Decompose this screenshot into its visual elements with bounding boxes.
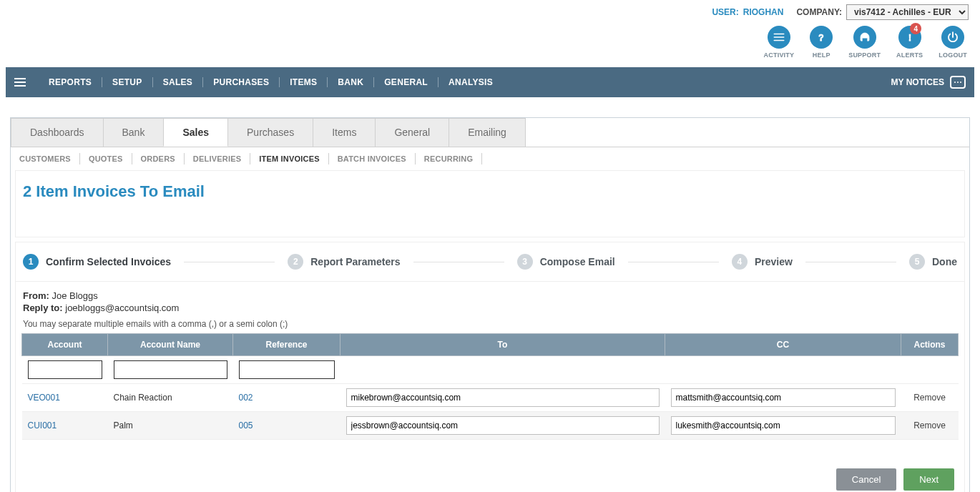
reference-link[interactable]: 005 bbox=[239, 420, 253, 431]
step-label-5: Done bbox=[932, 256, 957, 267]
step-num-3: 3 bbox=[517, 254, 533, 270]
alerts-label: ALERTS bbox=[896, 51, 923, 59]
table-row: VEO001 Chain Reaction 002 Remove bbox=[22, 384, 959, 412]
account-name-cell: Chain Reaction bbox=[108, 384, 233, 412]
col-actions: Actions bbox=[901, 334, 959, 356]
company-select[interactable]: vis7412 - Achilles - EUR bbox=[846, 4, 969, 20]
step-divider bbox=[413, 262, 504, 262]
nav-purchases[interactable]: PURCHASES bbox=[203, 77, 280, 87]
nav-general[interactable]: GENERAL bbox=[374, 77, 438, 87]
account-link[interactable]: CUI001 bbox=[28, 420, 57, 431]
step-label-2: Report Parameters bbox=[310, 256, 400, 267]
tab-bank[interactable]: Bank bbox=[103, 118, 165, 147]
user-name: RIOGHAN bbox=[743, 7, 784, 17]
action-row: Cancel Next bbox=[15, 440, 965, 492]
reference-link[interactable]: 002 bbox=[239, 393, 253, 403]
page-title: 2 Item Invoices To Email bbox=[23, 182, 957, 201]
step-parameters: 2 Report Parameters bbox=[288, 254, 400, 270]
tab-general[interactable]: General bbox=[375, 118, 449, 147]
step-divider bbox=[628, 262, 719, 262]
headset-icon bbox=[853, 26, 876, 49]
logout-label: LOGOUT bbox=[939, 51, 967, 59]
alerts-button[interactable]: ! 4 ALERTS bbox=[896, 26, 923, 59]
cc-input[interactable] bbox=[671, 388, 896, 407]
cc-input[interactable] bbox=[671, 416, 896, 435]
to-input[interactable] bbox=[346, 416, 660, 435]
step-confirm: 1 Confirm Selected Invoices bbox=[23, 254, 171, 270]
wizard-steps: 1 Confirm Selected Invoices 2 Report Par… bbox=[15, 242, 965, 282]
subnav-deliveries[interactable]: DELIVERIES bbox=[185, 153, 250, 164]
subnav-quotes[interactable]: QUOTES bbox=[80, 153, 132, 164]
page-container: Dashboards Bank Sales Purchases Items Ge… bbox=[10, 117, 970, 492]
tab-items[interactable]: Items bbox=[313, 118, 376, 147]
menu-icon[interactable] bbox=[14, 78, 26, 87]
filter-account[interactable] bbox=[28, 360, 102, 379]
nav-items[interactable]: ITEMS bbox=[280, 77, 328, 87]
reply-value: joebloggs@accountsiq.com bbox=[65, 302, 179, 313]
details-block: From: Joe Bloggs Reply to: joebloggs@acc… bbox=[15, 282, 965, 333]
activity-button[interactable]: ACTIVITY bbox=[764, 26, 795, 59]
support-button[interactable]: SUPPORT bbox=[848, 26, 881, 59]
account-link[interactable]: VEO001 bbox=[28, 393, 60, 403]
help-icon: ? bbox=[810, 26, 833, 49]
filter-row bbox=[22, 356, 959, 384]
help-button[interactable]: ? HELP bbox=[810, 26, 833, 59]
power-icon bbox=[941, 26, 964, 49]
step-label-1: Confirm Selected Invoices bbox=[46, 256, 171, 267]
step-compose: 3 Compose Email bbox=[517, 254, 615, 270]
account-name-cell: Palm bbox=[108, 412, 233, 440]
subnav-orders[interactable]: ORDERS bbox=[132, 153, 185, 164]
col-to: To bbox=[340, 334, 665, 356]
nav-setup[interactable]: SETUP bbox=[102, 77, 153, 87]
to-input[interactable] bbox=[346, 388, 660, 407]
step-num-2: 2 bbox=[288, 254, 303, 270]
subnav-item-invoices[interactable]: ITEM INVOICES bbox=[250, 153, 329, 164]
support-label: SUPPORT bbox=[848, 51, 881, 59]
step-divider bbox=[184, 262, 275, 262]
note-text: You may separate multiple emails with a … bbox=[23, 319, 957, 329]
svg-text:?: ? bbox=[818, 33, 823, 43]
user-label: USER: bbox=[712, 7, 738, 17]
sub-nav: CUSTOMERS QUOTES ORDERS DELIVERIES ITEM … bbox=[11, 147, 969, 170]
chat-icon bbox=[950, 76, 966, 89]
subnav-customers[interactable]: CUSTOMERS bbox=[16, 153, 80, 164]
nav-bank[interactable]: BANK bbox=[328, 77, 374, 87]
filter-account-name[interactable] bbox=[114, 360, 227, 379]
tab-row: Dashboards Bank Sales Purchases Items Ge… bbox=[11, 118, 969, 147]
my-notices-label: MY NOTICES bbox=[891, 77, 944, 87]
activity-label: ACTIVITY bbox=[764, 51, 795, 59]
table-row: CUI001 Palm 005 Remove bbox=[22, 412, 959, 440]
col-reference: Reference bbox=[233, 334, 340, 356]
tab-sales[interactable]: Sales bbox=[163, 118, 228, 147]
step-num-4: 4 bbox=[732, 254, 748, 270]
my-notices-button[interactable]: MY NOTICES bbox=[891, 76, 966, 89]
tab-purchases[interactable]: Purchases bbox=[227, 118, 313, 147]
step-done: 5 Done bbox=[909, 254, 957, 270]
remove-link[interactable]: Remove bbox=[913, 393, 946, 403]
col-account-name: Account Name bbox=[108, 334, 233, 356]
company-label: COMPANY: bbox=[796, 7, 842, 17]
logout-button[interactable]: LOGOUT bbox=[939, 26, 967, 59]
from-label: From: bbox=[23, 290, 49, 301]
step-label-3: Compose Email bbox=[540, 256, 615, 267]
tab-dashboards[interactable]: Dashboards bbox=[11, 118, 104, 147]
tab-emailing[interactable]: Emailing bbox=[449, 118, 526, 147]
cancel-button[interactable]: Cancel bbox=[836, 468, 896, 491]
next-button[interactable]: Next bbox=[903, 468, 954, 491]
filter-reference[interactable] bbox=[239, 360, 335, 379]
subnav-recurring[interactable]: RECURRING bbox=[416, 153, 482, 164]
main-nav: REPORTS SETUP SALES PURCHASES ITEMS BANK… bbox=[6, 67, 974, 97]
step-preview: 4 Preview bbox=[732, 254, 793, 270]
col-account: Account bbox=[22, 334, 108, 356]
remove-link[interactable]: Remove bbox=[913, 420, 946, 431]
icon-toolbar: ACTIVITY ? HELP SUPPORT ! 4 ALERTS LOGOU… bbox=[0, 20, 980, 67]
subnav-batch-invoices[interactable]: BATCH INVOICES bbox=[329, 153, 416, 164]
help-label: HELP bbox=[813, 51, 830, 59]
from-value: Joe Bloggs bbox=[52, 290, 97, 301]
step-label-4: Preview bbox=[755, 256, 793, 267]
nav-sales[interactable]: SALES bbox=[153, 77, 204, 87]
main-nav-items: REPORTS SETUP SALES PURCHASES ITEMS BANK… bbox=[39, 77, 891, 87]
nav-analysis[interactable]: ANALYSIS bbox=[438, 77, 503, 87]
invoice-table: Account Account Name Reference To CC Act… bbox=[21, 333, 959, 440]
nav-reports[interactable]: REPORTS bbox=[39, 77, 102, 87]
